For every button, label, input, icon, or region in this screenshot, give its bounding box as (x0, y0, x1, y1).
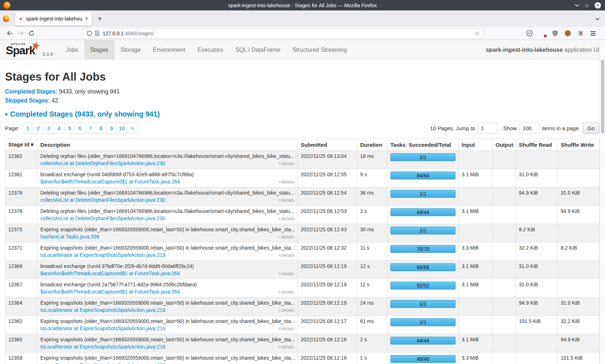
page-button-5[interactable]: 5 (64, 123, 75, 134)
stage-description: Expiring snapshots (older_than=166932055… (40, 227, 295, 232)
tasks-progress-bar: 44/44 (390, 337, 456, 345)
scrollbar-thumb[interactable] (601, 60, 604, 133)
browser-tab[interactable]: ★ spark-ingest-into-lakehous × (15, 12, 92, 26)
nav-item-stages[interactable]: Stages (84, 40, 115, 60)
details-toggle[interactable]: +details (278, 289, 295, 295)
forward-button-icon[interactable] (15, 31, 26, 36)
window-controls: ◇ ✕ (574, 2, 605, 9)
page-button-2[interactable]: 2 (33, 123, 44, 134)
skipped-stages-link[interactable]: Skipped Stages: (5, 97, 50, 104)
details-toggle[interactable]: +details (278, 161, 295, 166)
nav-item-environment[interactable]: Environment (147, 40, 192, 60)
maximize-icon[interactable]: ◇ (585, 3, 589, 8)
page-button-9[interactable]: 9 (106, 123, 117, 134)
stage-callsite-link[interactable]: collectAsList at DeleteOrphanFilesSparkA… (40, 160, 165, 166)
details-toggle[interactable]: +details (278, 363, 295, 364)
page-button-3[interactable]: 3 (43, 123, 54, 134)
spark-logo[interactable]: APACHE Spark ★ 3.3.0 (5, 40, 60, 60)
go-button[interactable]: Go (583, 123, 599, 134)
submitted-cell: 2022/11/25 08:12:16 (298, 352, 357, 364)
bookmark-star-icon[interactable]: ☆ (475, 30, 480, 37)
input-cell (459, 224, 493, 242)
stage-callsite-link[interactable]: collectAsList at DeleteOrphanFilesSparkA… (40, 197, 165, 203)
nav-item-structured-streaming[interactable]: Structured Streaming (286, 40, 353, 60)
list-all-tabs-icon[interactable] (595, 17, 600, 21)
column-header[interactable]: Submitted (298, 139, 357, 151)
details-toggle[interactable]: +details (278, 271, 295, 276)
page-info-icon[interactable] (95, 31, 99, 36)
minimize-icon[interactable] (574, 4, 579, 7)
page-next-button[interactable]: > (127, 123, 138, 134)
stage-callsite-link[interactable]: toLocalIterator at ExpireSnapshotsSparkA… (40, 252, 165, 258)
column-header[interactable]: Output (493, 139, 516, 151)
stage-callsite-link[interactable]: hasNext at Tasks.java:209 (40, 234, 99, 240)
shuffle-read-cell: 101.5 KiB (516, 316, 558, 334)
column-header[interactable]: Shuffle Read (516, 139, 558, 151)
tasks-cell: 44/44 (387, 206, 459, 224)
column-header[interactable]: Shuffle Write (558, 139, 600, 151)
tasks-progress-bar: 1/1 (390, 300, 456, 308)
completed-stages-link[interactable]: Completed Stages: (5, 88, 57, 95)
details-toggle[interactable]: +details (278, 197, 295, 203)
close-icon[interactable]: ✕ (595, 2, 601, 9)
details-toggle[interactable]: +details (278, 252, 295, 258)
details-toggle[interactable]: +details (278, 234, 295, 240)
stage-callsite-link[interactable]: $anonfun$withThreadLocalCaptured$1 at Fu… (40, 289, 180, 295)
tasks-cell: 84/84 (387, 169, 459, 187)
details-toggle[interactable]: +details (278, 179, 295, 185)
details-toggle[interactable]: +details (278, 344, 295, 350)
stage-callsite-link[interactable]: collectAsList at DeleteOrphanFilesSparkA… (40, 215, 165, 221)
nav-item-storage[interactable]: Storage (115, 40, 147, 60)
column-header[interactable]: Tasks: Succeeded/Total (387, 139, 459, 151)
stage-callsite-link[interactable]: $anonfun$withThreadLocalCaptured$1 at Fu… (40, 270, 180, 276)
back-button-icon[interactable] (4, 31, 15, 36)
column-header[interactable]: Stage Id ▾ (5, 139, 37, 151)
stage-id-cell: 12362 (5, 316, 37, 334)
scrollbar[interactable] (600, 40, 605, 364)
pocket-icon[interactable] (526, 30, 533, 36)
new-tab-button[interactable]: + (98, 14, 102, 23)
output-cell (493, 297, 516, 316)
stage-callsite-link[interactable]: toLocalIterator at ExpireSnapshotsSparkA… (40, 344, 165, 350)
details-toggle[interactable]: +details (278, 326, 295, 331)
spark-version: 3.3.0 (42, 51, 53, 57)
page-button-8[interactable]: 8 (95, 123, 106, 134)
details-toggle[interactable]: +details (278, 308, 295, 313)
page-button-10[interactable]: 10 (116, 123, 127, 134)
asterisk-extension-icon[interactable] (578, 30, 584, 36)
window-titlebar: spark-ingest-into-lakehouse - Stages for… (0, 0, 605, 10)
page-button-1[interactable]: 1 (22, 123, 33, 134)
page-button-6[interactable]: 6 (75, 123, 85, 134)
page-button-4[interactable]: 4 (54, 123, 64, 134)
column-header[interactable]: Description (37, 139, 298, 151)
nav-item-jobs[interactable]: Jobs (60, 40, 84, 60)
column-header[interactable]: Input (459, 139, 493, 151)
shuffle-write-cell (558, 224, 600, 242)
details-toggle[interactable]: +details (278, 216, 295, 221)
completed-stages-section-toggle[interactable]: ▾ Completed Stages (9433, only showing 9… (5, 110, 599, 118)
firefox-icon[interactable] (3, 15, 9, 22)
url-bar[interactable]: 127.0.0.1:4040/stages/ ☆ (83, 28, 484, 38)
page-button-7[interactable]: 7 (85, 123, 96, 134)
column-header[interactable]: Duration (357, 139, 387, 151)
menu-icon[interactable] (591, 31, 596, 36)
reload-button-icon[interactable] (26, 30, 37, 36)
description-links: toLocalIterator at ExpireSnapshotsSparkA… (40, 362, 295, 364)
nav-item-executors[interactable]: Executors (191, 40, 229, 60)
stage-callsite-link[interactable]: $anonfun$withThreadLocalCaptured$1 at Fu… (40, 179, 180, 185)
ublock-shield-icon[interactable] (552, 30, 558, 36)
privacy-mask-extension-icon[interactable] (539, 30, 546, 36)
jump-to-page-input[interactable] (478, 123, 498, 134)
page-size-input[interactable] (519, 123, 539, 134)
duration-cell: 1 s (357, 352, 387, 364)
output-cell (493, 242, 516, 261)
stage-description: broadcast exchange (runId 048fd06f-d753-… (40, 172, 295, 177)
cookie-extension-icon[interactable] (565, 30, 571, 36)
shield-permissions-icon[interactable] (87, 31, 92, 36)
tab-close-icon[interactable]: × (85, 15, 88, 22)
stage-callsite-link[interactable]: toLocalIterator at ExpireSnapshotsSparkA… (40, 307, 165, 313)
stage-row: 12371Expiring snapshots (older_than=1669… (5, 242, 600, 261)
nav-item-sql-dataframe[interactable]: SQL / DataFrame (229, 40, 287, 60)
stage-callsite-link[interactable]: toLocalIterator at ExpireSnapshotsSparkA… (40, 362, 165, 364)
stage-callsite-link[interactable]: toLocalIterator at ExpireSnapshotsSparkA… (40, 326, 165, 331)
